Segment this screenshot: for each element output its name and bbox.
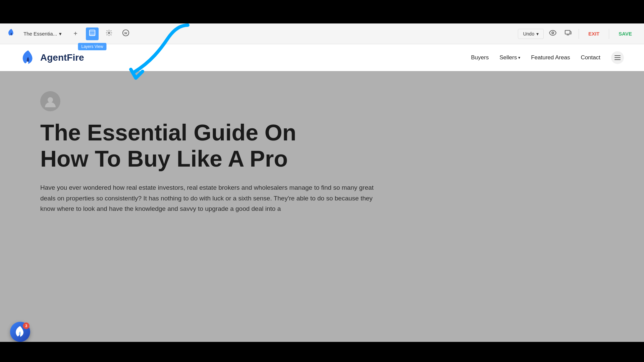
svg-point-7 [48, 97, 53, 103]
undo-label: Undo [523, 31, 534, 37]
wordpress-icon: W [122, 29, 129, 38]
article-content: The Essential Guide On How To Buy Like A… [0, 71, 644, 227]
bottom-black-bar [0, 342, 644, 362]
hamburger-line-2 [614, 57, 621, 58]
hamburger-line-3 [614, 59, 621, 60]
toolbar-right: Undo ▾ EXIT [518, 27, 637, 40]
toolbar-divider [579, 29, 579, 39]
plus-icon: + [73, 30, 77, 38]
author-avatar [40, 91, 60, 111]
article-title: The Essential Guide On How To Buy Like A… [40, 119, 342, 172]
nav-contact[interactable]: Contact [581, 54, 600, 61]
site-name-button[interactable]: The Essentia... ▾ [20, 29, 65, 39]
preview-button[interactable] [546, 27, 559, 40]
svg-point-1 [108, 32, 110, 34]
wordpress-button[interactable]: W [119, 27, 132, 40]
site-logo: AgentFire [20, 50, 84, 66]
nav-featured-areas[interactable]: Featured Areas [531, 54, 570, 61]
top-black-bar [0, 0, 644, 23]
hamburger-menu-button[interactable] [611, 51, 624, 64]
article-excerpt: Have you ever wondered how real estate i… [40, 182, 376, 214]
responsive-icon [565, 29, 572, 38]
svg-text:W: W [124, 32, 127, 35]
toolbar-divider-2 [609, 29, 609, 39]
nav-buyers[interactable]: Buyers [471, 54, 489, 61]
notification-badge: 3 [23, 322, 30, 329]
flame-logo-toolbar [7, 28, 16, 39]
svg-rect-5 [565, 31, 570, 34]
undo-button[interactable]: Undo ▾ [518, 29, 543, 39]
exit-button[interactable]: EXIT [583, 29, 605, 39]
responsive-button[interactable] [562, 27, 575, 40]
website-preview: AgentFire Buyers Sellers ▾ Featured Area… [0, 44, 644, 362]
site-menu: Buyers Sellers ▾ Featured Areas Contact [471, 51, 624, 64]
site-logo-text: AgentFire [40, 52, 84, 63]
sellers-chevron: ▾ [518, 55, 520, 60]
add-element-button[interactable]: + [69, 27, 82, 40]
site-name-label: The Essentia... [23, 31, 57, 37]
preview-icon [549, 29, 556, 38]
layers-tooltip: Layers View [78, 43, 106, 50]
svg-point-4 [552, 32, 554, 34]
editor-toolbar: The Essentia... ▾ + Layers View [0, 23, 644, 44]
toolbar-left: The Essentia... ▾ + Layers View [7, 27, 518, 40]
settings-icon [106, 29, 112, 38]
layers-view-button[interactable]: Layers View [86, 27, 99, 40]
save-button[interactable]: SAVE [613, 29, 637, 39]
nav-sellers[interactable]: Sellers ▾ [499, 54, 520, 61]
layers-icon [89, 29, 96, 38]
hamburger-line-1 [614, 55, 621, 56]
site-name-chevron: ▾ [59, 31, 62, 37]
floating-notification-button[interactable]: 3 [10, 322, 30, 342]
svg-rect-6 [570, 32, 571, 34]
settings-button[interactable] [103, 27, 115, 40]
undo-chevron: ▾ [536, 31, 539, 37]
